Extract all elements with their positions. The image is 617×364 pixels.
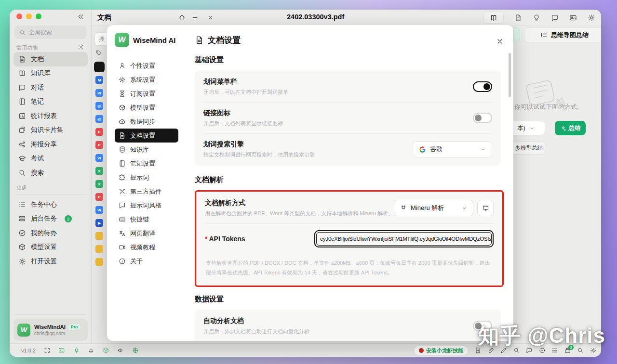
link-file-icon[interactable]: @	[95, 102, 103, 110]
menu-item-web-translation[interactable]: 网页翻译	[115, 226, 178, 240]
menu-item-system-settings[interactable]: 系统设置	[115, 73, 178, 87]
chat-icon[interactable]	[551, 14, 559, 22]
sidebar-item-my-todos[interactable]: 我的待办	[13, 226, 88, 240]
sidebar-item-knowledge-base[interactable]: 知识库	[13, 66, 88, 81]
chevron-down-icon	[462, 206, 467, 211]
sidebar-item-open-settings[interactable]: 打开设置	[13, 254, 88, 269]
menu-item-about[interactable]: 关于	[115, 254, 178, 268]
home-icon[interactable]	[178, 14, 186, 21]
section-label-common: 常用功能	[16, 44, 38, 52]
bell-icon[interactable]	[88, 347, 94, 354]
bulb-icon[interactable]	[533, 14, 540, 22]
word-menu-toggle[interactable]	[473, 81, 492, 92]
sidebar-item-label: 搜索	[31, 169, 44, 177]
minimize-window-button[interactable]	[26, 13, 32, 19]
note-icon	[18, 98, 26, 105]
megaphone-icon[interactable]	[117, 347, 124, 354]
sidebar-item-chat[interactable]: 对话	[13, 80, 88, 95]
collapse-sidebar-icon[interactable]	[77, 13, 84, 20]
menu-item-video-tutorials[interactable]: 视频教程	[115, 240, 178, 254]
search-engine-select[interactable]: 谷歌	[413, 141, 492, 157]
md-file-icon[interactable]: M	[95, 76, 103, 84]
summary-source-select[interactable]: 本)	[513, 121, 545, 135]
link-file-icon[interactable]: @	[95, 115, 103, 123]
install-skill-button[interactable]: 安装小龙虾技能	[414, 346, 469, 355]
install-skill-label: 安装小龙虾技能	[426, 347, 463, 354]
pdf-file-icon[interactable]: P	[95, 141, 103, 149]
monitor-button[interactable]	[477, 200, 494, 216]
multi-model-summary-button[interactable]: 多模型总结	[513, 141, 545, 155]
folder-icon[interactable]	[95, 232, 103, 240]
scrollbar-thumb[interactable]	[509, 53, 511, 97]
folder-icon[interactable]	[95, 245, 103, 253]
check-circle-icon	[18, 229, 26, 237]
sheet-file-icon[interactable]: X	[95, 167, 103, 175]
sidebar: 全局搜索 常用功能 文档 知识库 对话 笔记 统计报表 知识卡片集	[10, 10, 92, 343]
sidebar-item-notes[interactable]: 笔记	[13, 95, 88, 109]
setting-label: 文档解析方式	[205, 199, 393, 208]
settings-icon[interactable]	[588, 14, 595, 22]
menu-item-document-settings[interactable]: 文档设置	[115, 129, 178, 143]
reader-mode-button[interactable]	[483, 12, 504, 24]
pro-badge: Pro	[68, 324, 80, 330]
menu-item-data-sync[interactable]: 数据同步	[115, 115, 178, 129]
partial-button[interactable]	[513, 27, 520, 42]
api-tokens-input[interactable]: eyJ0eXBlIjoiSldUIiwiYWxnIjoiSFM1MTIifQ.e…	[316, 232, 492, 246]
globe-icon[interactable]	[132, 347, 139, 354]
sidebar-item-reports[interactable]: 统计报表	[13, 109, 88, 123]
tag-icon[interactable]	[95, 50, 102, 56]
settings-menu: W WiseMind AI 个性设置 系统设置 订阅设置 模型设置	[107, 25, 183, 341]
sidebar-item-background-tasks[interactable]: 后台任务 3	[13, 212, 88, 226]
sidebar-item-exam[interactable]: 考试	[13, 152, 88, 166]
zoom-window-button[interactable]	[36, 13, 41, 19]
file-icon[interactable]	[514, 14, 522, 22]
setting-row-api-tokens: *API Tokens eyJ0eXBlIjoiSldUIiwiYWxnIjoi…	[205, 224, 494, 254]
basic-settings-card: 划词菜单栏 开启后，可以在文档中打开划词菜单 链接图标 开启后，文档列表将显示链…	[195, 70, 501, 166]
menu-item-prompt-style[interactable]: 提示词风格	[115, 198, 178, 212]
sidebar-item-label: 知识卡片集	[31, 126, 64, 134]
parse-method-select[interactable]: Mineru 解析	[394, 200, 473, 216]
pdf-file-icon[interactable]: P	[95, 128, 103, 136]
summarize-button[interactable]: 总结	[555, 121, 586, 135]
close-icon[interactable]	[496, 38, 504, 45]
expand-icon[interactable]	[44, 347, 51, 354]
menu-item-note-settings[interactable]: 笔记设置	[115, 156, 178, 170]
gear-icon[interactable]	[78, 44, 84, 50]
image-icon[interactable]	[569, 14, 577, 22]
folder-icon[interactable]	[95, 258, 103, 266]
sidebar-item-task-center[interactable]: 任务中心	[13, 197, 88, 212]
info-icon	[119, 258, 126, 265]
mindmap-summary-button[interactable]: 思维导图总结	[524, 27, 601, 42]
word-file-icon[interactable]: W	[95, 89, 103, 97]
sidebar-item-search[interactable]: 搜索	[13, 166, 88, 180]
video-file-icon[interactable]: ▶	[95, 219, 103, 227]
menu-item-knowledge-base[interactable]: 知识库	[115, 143, 178, 156]
global-search-input[interactable]: 全局搜索	[14, 26, 87, 39]
sidebar-item-documents[interactable]: 文档	[13, 52, 88, 66]
add-tab-icon[interactable]	[191, 14, 199, 21]
menu-item-subscription-settings[interactable]: 订阅设置	[115, 87, 178, 101]
menu-item-personal-settings[interactable]: 个性设置	[115, 59, 178, 73]
menu-item-model-settings[interactable]: 模型设置	[115, 101, 178, 115]
close-tab-icon[interactable]	[207, 14, 214, 21]
sidebar-item-poster-share[interactable]: 海报分享	[13, 137, 88, 152]
pdf-file-icon[interactable]: P	[95, 193, 103, 201]
magnet-icon	[400, 205, 407, 211]
word-file-icon[interactable]: W	[95, 154, 103, 162]
word-file-icon[interactable]: W	[95, 206, 103, 214]
sidebar-item-model-settings[interactable]: 模型设置	[13, 240, 88, 255]
menu-item-prompts[interactable]: 提示词	[115, 170, 178, 184]
link-icon-toggle[interactable]	[473, 113, 492, 123]
terminal-icon[interactable]	[58, 347, 65, 354]
sheet-file-icon[interactable]: X	[95, 180, 103, 188]
close-window-button[interactable]	[16, 13, 22, 19]
user-account-card[interactable]: W WiseMindAI Pro chris@qq.com	[13, 319, 88, 341]
pdf-file-icon[interactable]: P	[95, 63, 103, 71]
tree-icon[interactable]	[73, 347, 80, 354]
menu-item-third-party-plugins[interactable]: 第三方插件	[115, 184, 178, 198]
sidebar-item-flashcards[interactable]: 知识卡片集	[13, 123, 88, 138]
file-icon-list: P M W @ @ P P W X X P W ▶	[95, 63, 103, 266]
box-icon[interactable]	[103, 347, 109, 354]
menu-item-shortcuts[interactable]: 快捷键	[115, 212, 178, 226]
section-heading-data: 数据设置	[195, 295, 501, 304]
